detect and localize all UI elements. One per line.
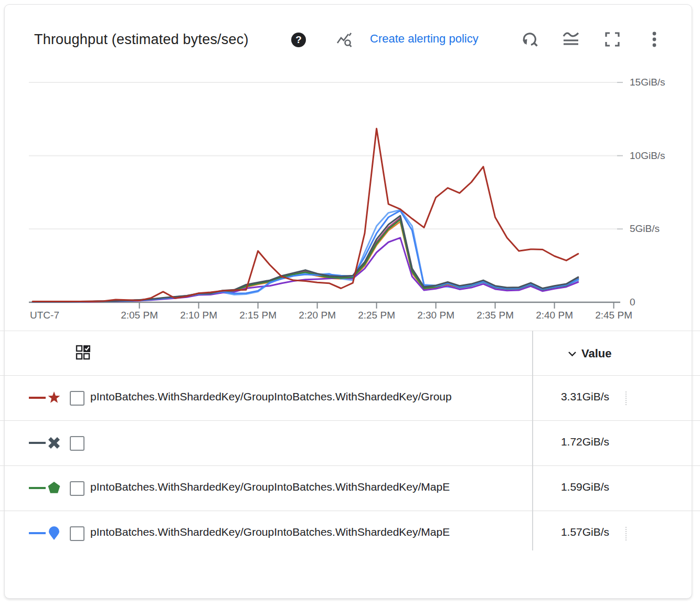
resize-handle-dots [625, 527, 627, 540]
value-column-header[interactable]: Value [568, 347, 611, 360]
resize-handle-dots [625, 391, 627, 405]
y-axis-tick-label: 10GiB/s [630, 150, 665, 162]
y-axis-tick-label: 5GiB/s [630, 223, 660, 235]
x-axis-tick-label: 2:15 PM [232, 310, 284, 321]
x-axis-tick-label: 2:25 PM [351, 310, 403, 321]
column-divider [532, 331, 533, 550]
y-axis: 15GiB/s10GiB/s5GiB/s0 [630, 0, 693, 336]
series-marker-icon [29, 435, 63, 451]
series-label: pIntoBatches.WithShardedKey/GroupIntoBat… [90, 390, 532, 403]
series-row[interactable]: pIntoBatches.WithShardedKey/GroupIntoBat… [0, 465, 700, 511]
legend-header-row: Value [0, 331, 700, 375]
legend-table: Value pIntoBatches.WithShardedKey/GroupI… [0, 331, 700, 556]
series-marker-icon [29, 390, 63, 406]
series-checkbox[interactable] [70, 391, 84, 406]
x-axis-tick-label: 2:20 PM [291, 310, 344, 321]
y-axis-tick-label: 15GiB/s [630, 77, 665, 88]
x-axis-tick-label: 2:30 PM [410, 310, 462, 321]
series-value: 1.59GiB/s [540, 481, 630, 493]
legend-rows: pIntoBatches.WithShardedKey/GroupIntoBat… [0, 375, 700, 556]
series-checkbox[interactable] [70, 481, 84, 496]
x-axis-tick-label: 2:35 PM [469, 310, 522, 321]
series-line [33, 129, 578, 302]
toggle-all-series-icon[interactable] [76, 345, 91, 360]
series-checkbox[interactable] [70, 436, 84, 451]
series-row[interactable]: pIntoBatches.WithShardedKey/GroupIntoBat… [0, 511, 700, 556]
series-marker-icon [29, 525, 63, 541]
series-checkbox[interactable] [70, 526, 84, 541]
series-row[interactable]: pIntoBatches.WithShardedKey/GroupIntoBat… [0, 375, 700, 420]
x-axis-tick-label: 2:10 PM [173, 310, 225, 321]
series-marker-icon [29, 480, 63, 496]
x-axis-tick-label: 2:40 PM [528, 310, 581, 321]
series-label: pIntoBatches.WithShardedKey/GroupIntoBat… [90, 526, 532, 538]
timezone-label: UTC-7 [30, 310, 59, 321]
series-value: 3.31GiB/s [540, 390, 630, 403]
throughput-line-chart[interactable] [0, 0, 700, 336]
y-axis-tick-label: 0 [630, 296, 635, 308]
chevron-down-icon [568, 351, 577, 357]
series-label: pIntoBatches.WithShardedKey/GroupIntoBat… [90, 481, 532, 493]
x-axis-tick-label: 2:05 PM [113, 310, 166, 321]
x-axis: 2:05 PM2:10 PM2:15 PM2:20 PM2:25 PM2:30 … [0, 310, 700, 323]
series-value: 1.57GiB/s [540, 526, 630, 538]
series-value: 1.72GiB/s [540, 436, 630, 448]
value-header-label: Value [581, 347, 611, 360]
series-row[interactable]: 1.72GiB/s [0, 420, 700, 465]
